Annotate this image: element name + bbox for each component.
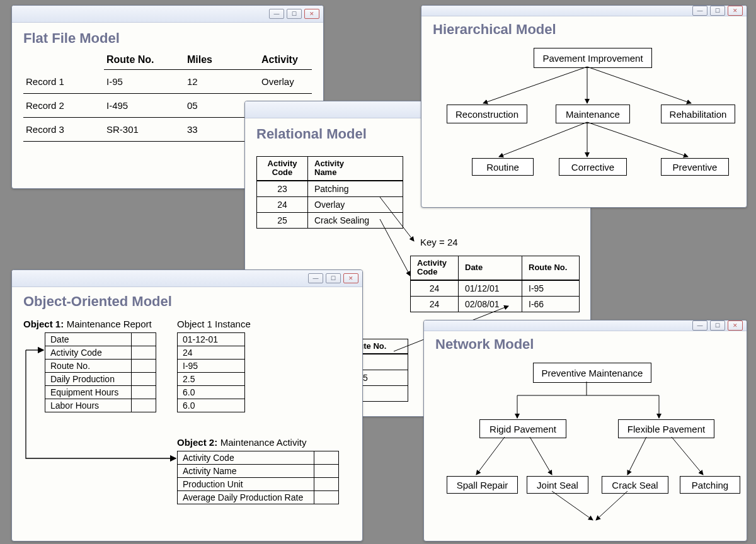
header-activity: Activity	[259, 50, 312, 70]
maximize-button[interactable]: ☐	[710, 320, 725, 331]
obj1-subtitle: Maintenance Report	[67, 319, 152, 329]
svg-line-6	[499, 122, 587, 157]
close-button[interactable]: ✕	[304, 9, 319, 19]
maximize-button[interactable]: ☐	[287, 9, 302, 19]
svg-line-16	[672, 437, 703, 475]
node-root: Preventive Maintenance	[533, 363, 651, 383]
obj2-subtitle: Maintenance Activity	[220, 437, 307, 448]
node-root: Pavement Improvement	[534, 48, 652, 68]
table-row: Record 1 I-95 12 Overlay	[23, 70, 312, 94]
svg-line-3	[483, 67, 587, 103]
node-joint: Joint Seal	[527, 476, 588, 494]
svg-line-15	[627, 437, 646, 475]
node-patching: Patching	[680, 476, 740, 494]
minimize-button[interactable]: —	[692, 6, 707, 16]
key-label: Key = 24	[420, 237, 458, 247]
obj1-heading: Object 1:	[23, 319, 64, 329]
model-title: Hierarchical Model	[433, 21, 735, 38]
node-preventive: Preventive	[661, 158, 729, 176]
relational-table-records: Activity Code Date Route No. 24 01/12/01…	[410, 256, 580, 312]
close-button[interactable]: ✕	[728, 320, 743, 331]
titlebar: — ☐ ✕	[12, 270, 362, 287]
titlebar: — ☐ ✕	[424, 320, 747, 331]
header-blank	[23, 50, 104, 70]
node-crack: Crack Seal	[602, 476, 668, 494]
maximize-button[interactable]: ☐	[710, 6, 725, 16]
node-rehabilitation: Rehabilitation	[661, 105, 735, 123]
minimize-button[interactable]: —	[269, 9, 284, 19]
node-maintenance: Maintenance	[556, 105, 630, 123]
svg-line-17	[552, 491, 593, 520]
node-flexible: Flexible Pavement	[618, 419, 714, 438]
window-hierarchical: — ☐ ✕ Hierarchical Model Pavement Improv…	[421, 5, 747, 208]
node-rigid: Rigid Pavement	[479, 419, 566, 438]
obj2-heading: Object 2:	[177, 437, 217, 448]
node-routine: Routine	[472, 158, 534, 176]
model-title: Network Model	[435, 336, 735, 353]
titlebar: — ☐ ✕	[421, 6, 747, 16]
node-corrective: Corrective	[559, 158, 627, 176]
minimize-button[interactable]: —	[692, 320, 707, 331]
object2-fields: Activity Code Activity Name Production U…	[177, 451, 339, 504]
node-spall: Spall Repair	[447, 476, 518, 494]
svg-line-14	[530, 437, 552, 475]
obj1-instance-label: Object 1 Instance	[177, 319, 251, 329]
network-arrows	[435, 356, 747, 539]
object1-instance: 01-12-01 24 I-95 2.5 6.0 6.0	[177, 332, 245, 412]
svg-line-5	[587, 67, 691, 103]
model-title: Object-Oriented Model	[23, 293, 351, 310]
object1-fields: Date Activity Code Route No. Daily Produ…	[45, 332, 156, 412]
minimize-button[interactable]: —	[308, 273, 323, 283]
window-object-oriented: — ☐ ✕ Object-Oriented Model Object 1: Ma…	[11, 269, 363, 541]
svg-line-13	[476, 437, 505, 475]
model-title: Flat File Model	[23, 30, 312, 47]
window-network: — ☐ ✕ Network Model Preventive Maintenan…	[423, 320, 747, 541]
maximize-button[interactable]: ☐	[326, 273, 341, 283]
svg-line-8	[587, 122, 688, 157]
header-miles: Miles	[185, 50, 259, 70]
titlebar: — ☐ ✕	[12, 6, 323, 23]
close-button[interactable]: ✕	[728, 6, 743, 16]
header-route: Route No.	[104, 50, 185, 70]
close-button[interactable]: ✕	[343, 273, 358, 283]
svg-line-18	[596, 491, 627, 520]
relational-table-activity: Activity Code Activity Name 23 Patching …	[256, 156, 403, 229]
node-reconstruction: Reconstruction	[447, 105, 527, 123]
